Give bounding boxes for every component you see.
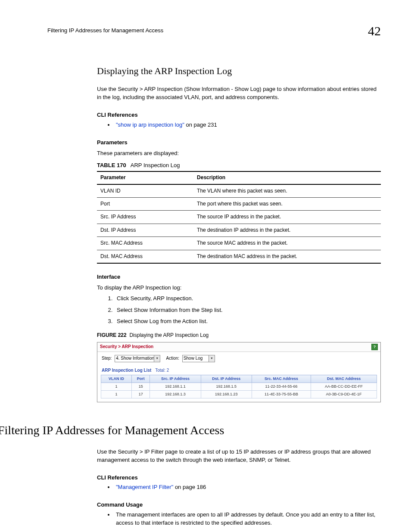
header-title: Filtering IP Addresses for Management Ac… [47,27,163,35]
arp-log-grid: VLAN ID Port Src. IP Address Dst. IP Add… [101,375,377,398]
th-description: Description [193,171,381,184]
grid-th: Dst. IP Address [201,375,252,383]
grid-th: Src. MAC Address [252,375,311,383]
action-select-value: Show Log [184,356,202,361]
help-icon[interactable]: ? [371,344,378,350]
cell-desc: The source IP address in the packet. [193,211,381,224]
grid-cell: 1 [101,383,132,391]
cell-param: VLAN ID [97,184,193,198]
figure-caption-title: Displaying the ARP Inspection Log [129,332,209,338]
parameters-intro: These parameters are displayed: [97,149,381,158]
table-row: Src. IP AddressThe source IP address in … [97,211,381,224]
grid-th: VLAN ID [101,375,132,383]
ui-list-title: ARP Inspection Log List Total: 2 [97,364,380,375]
table-caption-title: ARP Inspection Log [131,162,180,168]
dropdown-arrow-icon: ▼ [154,355,160,362]
table-caption-label: TABLE 170 [97,162,126,168]
main-section-title: Filtering IP Addresses for Management Ac… [0,422,381,439]
page-header: Filtering IP Addresses for Management Ac… [47,22,381,40]
cli-link-2[interactable]: "Management IP Filter" [116,484,173,490]
cell-desc: The destination MAC address in the packe… [193,250,381,263]
step-select-value: 4. Show Information [116,356,154,361]
cli-link-suffix: on page 231 [184,121,217,128]
grid-cell: 1 [101,391,132,398]
table-row: VLAN IDThe VLAN where this packet was se… [97,184,381,198]
grid-cell: 15 [131,383,150,391]
th-parameter: Parameter [97,171,193,184]
ui-controls-row: Step: 4. Show Information ▼ Action: Show… [97,352,380,364]
section-title-arp-log: Displaying the ARP Inspection Log [97,64,381,78]
interface-steps: Click Security, ARP Inspection. Select S… [97,295,381,326]
figure-caption: FIGURE 222 Displaying the ARP Inspection… [97,332,381,339]
grid-cell: 192.168.1.5 [201,383,252,391]
parameters-heading: Parameters [97,139,381,147]
cell-param: Src. MAC Address [97,237,193,250]
grid-cell: 192.168.1.3 [150,391,201,398]
grid-row: 1 15 192.168.1.1 192.168.1.5 11-22-33-44… [101,383,377,391]
grid-cell: AA-BB-CC-DD-EE-FF [311,383,377,391]
section2-intro: Use the Security > IP Filter page to cre… [97,448,381,464]
cell-desc: The destination IP address in the packet… [193,224,381,236]
cli-references-heading-2: CLI References [97,474,381,482]
grid-row: 1 17 192.168.1.3 192.168.1.23 11-4E-33-7… [101,391,377,398]
grid-cell: 11-22-33-44-55-66 [252,383,311,391]
ui-breadcrumb-bar: Security > ARP Inspection ? [97,342,380,352]
table-row: Dst. MAC AddressThe destination MAC addr… [97,250,381,263]
grid-cell: 17 [131,391,150,398]
step-item: Select Show Information from the Step li… [114,306,381,314]
step-item: Select Show Log from the Action list. [114,317,381,326]
cli-reference-item: "Management IP Filter" on page 186 [114,483,381,492]
table-row: PortThe port where this packet was seen. [97,198,381,211]
cell-param: Src. IP Address [97,211,193,224]
command-usage-heading: Command Usage [97,501,381,509]
grid-cell: 11-4E-33-75-55-BB [252,391,311,398]
embedded-ui-panel: Security > ARP Inspection ? Step: 4. Sho… [97,342,381,403]
ui-breadcrumb: Security > ARP Inspection [100,344,153,350]
grid-cell: 192.168.1.1 [150,383,201,391]
parameter-table: Parameter Description VLAN IDThe VLAN wh… [97,171,381,264]
grid-cell: 192.168.1.23 [201,391,252,398]
cli-reference-item: "show ip arp inspection log" on page 231 [114,121,381,129]
command-usage-bullet: The management interfaces are open to al… [114,511,381,527]
section-intro: Use the Security > ARP Inspection (Show … [97,85,381,102]
grid-th: Dst. MAC Address [311,375,377,383]
chapter-number: 42 [368,22,381,40]
grid-th: Src. IP Address [150,375,201,383]
cli-link[interactable]: "show ip arp inspection log" [116,121,184,128]
list-total: Total: 2 [155,368,169,373]
grid-th: Port [131,375,150,383]
step-select[interactable]: 4. Show Information ▼ [115,355,160,362]
table-row: Dst. IP AddressThe destination IP addres… [97,224,381,236]
step-item: Click Security, ARP Inspection. [114,295,381,303]
cli-link-suffix-2: on page 186 [173,484,206,490]
cell-param: Port [97,198,193,211]
table-caption: TABLE 170 ARP Inspection Log [97,162,381,170]
cell-desc: The VLAN where this packet was seen. [193,184,381,198]
interface-intro: To display the ARP Inspection log: [97,284,381,292]
grid-cell: A0-3B-C9-DD-4E-1F [311,391,377,398]
cell-param: Dst. MAC Address [97,250,193,263]
interface-heading: Interface [97,273,381,281]
list-title-text: ARP Inspection Log List [102,368,151,373]
action-label: Action: [166,356,179,361]
cell-desc: The source MAC address in the packet. [193,237,381,250]
table-row: Src. MAC AddressThe source MAC address i… [97,237,381,250]
action-select[interactable]: Show Log ▼ [182,355,215,362]
figure-caption-label: FIGURE 222 [97,332,127,338]
step-label: Step: [102,356,112,361]
cell-desc: The port where this packet was seen. [193,198,381,211]
dropdown-arrow-icon: ▼ [209,355,215,362]
cell-param: Dst. IP Address [97,224,193,236]
cli-references-heading: CLI References [97,111,381,119]
